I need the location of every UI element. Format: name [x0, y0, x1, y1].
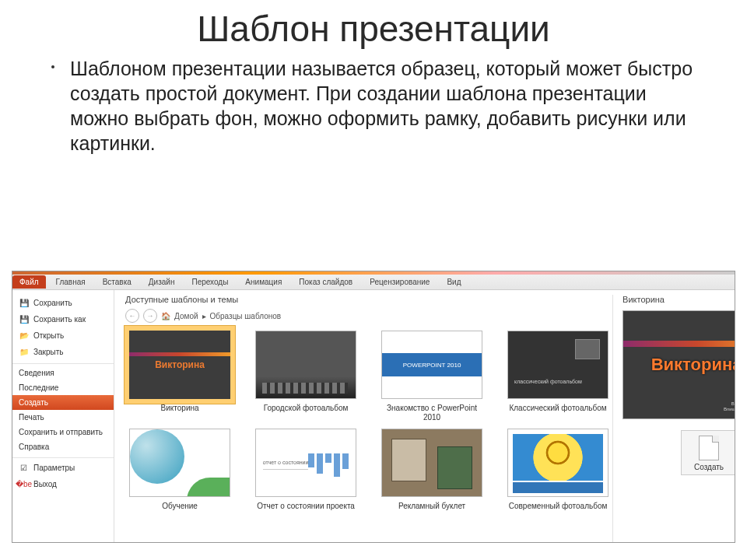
nav-exit[interactable]: �beВыход [12, 476, 114, 492]
embedded-screenshot: Файл Главная Вставка Дизайн Переходы Ани… [12, 271, 735, 543]
template-city-album[interactable]: Городской фотоальбом [251, 331, 360, 424]
template-gallery: Викторина Викторина Городской фотоальбом… [125, 331, 612, 522]
preview-footer-1: Впишите ответ [724, 401, 735, 407]
page-icon [699, 436, 719, 460]
slide-paragraph: Шаблоном презентации называется образец,… [70, 56, 700, 156]
nav-save-as[interactable]: 💾Сохранить как [12, 311, 114, 327]
nav-label: Печать [19, 413, 44, 422]
close-icon: 📁 [19, 347, 29, 357]
save-as-icon: 💾 [19, 314, 29, 324]
template-label: Викторина [161, 404, 199, 424]
template-viktorina[interactable]: Викторина Викторина [125, 331, 234, 424]
nav-label: Закрыть [33, 348, 64, 356]
tab-animation[interactable]: Анимация [238, 275, 289, 289]
thumb-text: POWERPOINT 2010 [382, 353, 482, 376]
tab-insert[interactable]: Вставка [96, 275, 139, 289]
nav-close[interactable]: 📁Закрыть [12, 344, 114, 360]
nav-options[interactable]: ☑Параметры [12, 457, 114, 476]
nav-back-button[interactable]: ← [125, 309, 139, 323]
tab-transitions[interactable]: Переходы [184, 275, 235, 289]
template-preview-pane: Викторина Викторина Впишите ответ Впишит… [612, 295, 735, 542]
tab-slideshow[interactable]: Показ слайдов [292, 275, 359, 289]
nav-label: Сохранить как [33, 315, 86, 324]
create-label: Создать [694, 463, 724, 471]
template-status-report[interactable]: отчет о состоянии Отчет о состоянии прое… [251, 429, 360, 522]
tab-review[interactable]: Рецензирование [363, 275, 437, 289]
template-thumb: POWERPOINT 2010 [381, 331, 482, 399]
nav-print[interactable]: Печать [12, 410, 114, 425]
breadcrumb: ← → 🏠 Домой ▸ Образцы шаблонов [125, 309, 612, 323]
template-label: Классический фотоальбом [509, 404, 606, 424]
home-icon: 🏠 [161, 312, 170, 320]
thumb-text: отчет о состоянии [263, 456, 309, 470]
nav-save[interactable]: 💾Сохранить [12, 295, 114, 311]
nav-label: Сведения [19, 369, 54, 377]
slide-title: Шаблон презентации [0, 0, 747, 56]
nav-label: Выход [33, 480, 57, 488]
template-thumb: отчет о состоянии [255, 429, 356, 497]
template-thumb [381, 429, 482, 497]
preview-footer-2: Впишите источник [724, 407, 735, 412]
nav-fwd-button[interactable]: → [143, 309, 157, 323]
template-ppt-intro[interactable]: POWERPOINT 2010 Знакомство с PowerPoint … [377, 331, 486, 424]
nav-new[interactable]: Создать [12, 395, 114, 410]
tab-view[interactable]: Вид [440, 275, 468, 289]
template-classic-album[interactable]: классический фотоальбом Классический фот… [503, 331, 612, 424]
nav-label: Открыть [33, 331, 64, 340]
template-label: Знакомство с PowerPoint 2010 [377, 404, 486, 424]
nav-open[interactable]: 📂Открыть [12, 327, 114, 344]
templates-heading: Доступные шаблоны и темы [125, 295, 612, 304]
nav-label: Создать [19, 398, 48, 407]
nav-label: Параметры [33, 464, 75, 472]
template-thumb: классический фотоальбом [507, 331, 608, 399]
nav-recent[interactable]: Последние [12, 380, 114, 395]
template-brochure[interactable]: Рекламный буклет [377, 429, 486, 522]
template-education[interactable]: Обучение [125, 429, 234, 522]
template-thumb [507, 429, 608, 497]
preview-thumbnail: Викторина Впишите ответ Впишите источник [622, 310, 735, 419]
nav-label: Справка [19, 443, 49, 451]
template-thumb: Викторина [129, 331, 230, 399]
options-icon: ☑ [19, 463, 29, 473]
template-label: Обучение [162, 502, 198, 522]
backstage-main: Доступные шаблоны и темы ← → 🏠 Домой ▸ О… [114, 290, 735, 542]
bullet-icon [51, 65, 54, 68]
nav-share[interactable]: Сохранить и отправить [12, 425, 114, 439]
template-label: Городской фотоальбом [264, 404, 349, 424]
crumb-current: Образцы шаблонов [210, 312, 282, 320]
preview-main-text: Викторина [651, 355, 735, 375]
nav-help[interactable]: Справка [12, 439, 114, 454]
thumb-text: классический фотоальбом [514, 379, 582, 384]
ribbon-tabs: Файл Главная Вставка Дизайн Переходы Ани… [12, 275, 735, 290]
nav-label: Последние [19, 383, 58, 392]
template-thumb [255, 331, 356, 399]
template-label: Современный фотоальбом [509, 502, 608, 522]
backstage-nav: 💾Сохранить 💾Сохранить как 📂Открыть 📁Закр… [12, 290, 114, 542]
tab-design[interactable]: Дизайн [142, 275, 182, 289]
nav-info[interactable]: Сведения [12, 363, 114, 380]
nav-label: Сохранить и отправить [19, 428, 103, 436]
crumb-sep-icon: ▸ [202, 312, 206, 320]
exit-icon: �be [19, 479, 29, 489]
nav-label: Сохранить [33, 299, 72, 307]
template-label: Рекламный буклет [398, 502, 465, 522]
open-icon: 📂 [19, 331, 29, 341]
create-button[interactable]: Создать [681, 430, 735, 475]
template-thumb [129, 429, 230, 497]
save-icon: 💾 [19, 298, 29, 308]
thumb-text: Викторина [155, 359, 205, 370]
slide-body: Шаблоном презентации называется образец,… [0, 56, 747, 156]
tab-file[interactable]: Файл [12, 275, 46, 289]
crumb-home[interactable]: Домой [174, 312, 198, 320]
preview-title: Викторина [622, 295, 735, 304]
tab-home[interactable]: Главная [49, 275, 93, 289]
template-modern-album[interactable]: Современный фотоальбом [503, 429, 612, 522]
template-label: Отчет о состоянии проекта [257, 502, 355, 522]
